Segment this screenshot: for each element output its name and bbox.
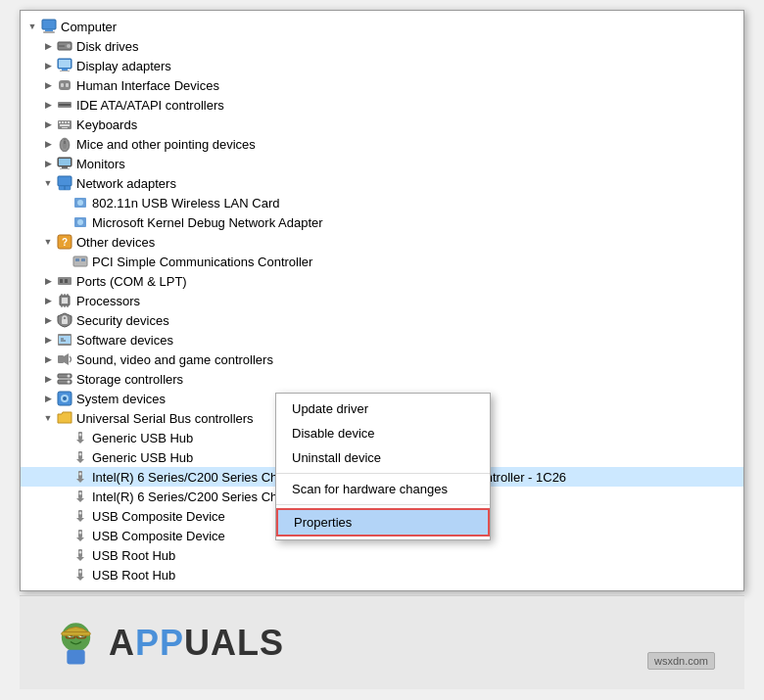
expand-btn-usb-7[interactable] xyxy=(56,547,72,563)
expand-btn-other-1[interactable] xyxy=(56,254,72,269)
tree-item-monitors[interactable]: ▶Monitors xyxy=(21,154,743,173)
tree-item-disk-drives[interactable]: ▶Disk drives xyxy=(21,36,743,56)
tree-item-label-network: Network adapters xyxy=(76,176,176,191)
tree-item-label-usb-6: USB Composite Device xyxy=(92,529,225,543)
tree-item-mice[interactable]: ▶Mice and other pointing devices xyxy=(21,134,743,154)
tree-item-label-ide: IDE ATA/ATAPI controllers xyxy=(76,98,224,113)
expand-btn-ide[interactable]: ▶ xyxy=(40,97,56,113)
svg-rect-12 xyxy=(66,83,69,87)
tree-item-usb-7[interactable]: USB Root Hub xyxy=(21,545,743,565)
usb-icon xyxy=(72,527,89,544)
tree-item-computer[interactable]: ▼Computer xyxy=(21,17,743,36)
svg-text:?: ? xyxy=(62,237,68,248)
tree-item-sound[interactable]: ▶Sound, video and game controllers xyxy=(21,350,743,369)
expand-btn-usb-1[interactable] xyxy=(56,430,72,445)
expand-btn-display-adapters[interactable]: ▶ xyxy=(40,58,56,73)
expand-btn-monitors[interactable]: ▶ xyxy=(40,156,56,171)
expand-btn-usb-4[interactable] xyxy=(56,489,72,504)
tree-item-network[interactable]: ▼Network adapters xyxy=(21,173,743,193)
svg-rect-55 xyxy=(59,336,71,344)
tree-item-other-1[interactable]: PCI Simple Communications Controller xyxy=(21,252,743,271)
computer-icon xyxy=(40,18,58,35)
svg-rect-38 xyxy=(73,257,87,266)
usb-icon xyxy=(72,468,89,486)
tree-item-label-system: System devices xyxy=(76,392,166,406)
expand-btn-storage[interactable]: ▶ xyxy=(40,371,56,387)
monitor2-icon xyxy=(56,155,73,172)
expand-btn-system[interactable]: ▶ xyxy=(40,391,56,406)
context-menu-item-disable-device[interactable]: Disable device xyxy=(276,421,490,445)
monitor-icon xyxy=(56,57,73,74)
svg-rect-91 xyxy=(67,650,84,665)
context-menu-item-uninstall-device[interactable]: Uninstall device xyxy=(276,445,490,470)
expand-btn-network-2[interactable] xyxy=(56,214,72,230)
tree-item-hid[interactable]: ▶Human Interface Devices xyxy=(21,75,743,95)
svg-rect-43 xyxy=(65,279,68,283)
tree-item-display-adapters[interactable]: ▶Display adapters xyxy=(21,56,743,75)
wsxdn-watermark: wsxdn.com xyxy=(647,652,715,670)
expand-btn-network-1[interactable] xyxy=(56,195,72,210)
tree-item-software[interactable]: ▶Software devices xyxy=(21,330,743,350)
svg-rect-2 xyxy=(43,31,55,33)
tree-item-label-other-1: PCI Simple Communications Controller xyxy=(92,255,312,269)
expand-btn-usb-2[interactable] xyxy=(56,449,72,465)
tree-item-label-disk-drives: Disk drives xyxy=(76,39,139,54)
tree-item-ide[interactable]: ▶IDE ATA/ATAPI controllers xyxy=(21,95,743,115)
tree-item-security[interactable]: ▶Security devices xyxy=(21,310,743,330)
expand-btn-computer[interactable]: ▼ xyxy=(24,19,40,34)
tree-item-label-usb: Universal Serial Bus controllers xyxy=(76,411,254,426)
tree-item-ports[interactable]: ▶Ports (COM & LPT) xyxy=(21,271,743,291)
expand-btn-usb-5[interactable] xyxy=(56,508,72,524)
tree-item-processors[interactable]: ▶Processors xyxy=(21,291,743,310)
tree-item-label-display-adapters: Display adapters xyxy=(76,59,171,73)
expand-btn-sound[interactable]: ▶ xyxy=(40,351,56,367)
tree-item-network-2[interactable]: Microsoft Kernel Debug Network Adapter xyxy=(21,212,743,232)
tree-item-network-1[interactable]: 802.11n USB Wireless LAN Card xyxy=(21,193,743,212)
expand-btn-processors[interactable]: ▶ xyxy=(40,293,56,308)
tree-item-storage[interactable]: ▶Storage controllers xyxy=(21,369,743,389)
tree-item-keyboards[interactable]: ▶Keyboards xyxy=(21,115,743,134)
usb-icon xyxy=(72,507,89,525)
tree-item-other[interactable]: ▼?Other devices xyxy=(21,232,743,252)
svg-point-71 xyxy=(79,473,82,476)
mascot-icon xyxy=(49,616,103,670)
svg-point-33 xyxy=(77,200,83,206)
svg-point-77 xyxy=(79,532,82,535)
expand-btn-network[interactable]: ▼ xyxy=(40,175,56,191)
expand-btn-usb-8[interactable] xyxy=(56,567,72,583)
tree-item-label-usb-2: Generic USB Hub xyxy=(92,450,193,465)
mouse-icon xyxy=(56,135,73,153)
svg-point-81 xyxy=(79,571,82,574)
expand-btn-hid[interactable]: ▶ xyxy=(40,77,56,93)
device-icon xyxy=(72,194,89,211)
expand-btn-mice[interactable]: ▶ xyxy=(40,136,56,152)
svg-rect-42 xyxy=(60,279,63,283)
expand-btn-usb[interactable]: ▼ xyxy=(40,410,56,426)
tree-item-label-sound: Sound, video and game controllers xyxy=(76,352,273,367)
context-menu-item-update-driver[interactable]: Update driver xyxy=(276,397,490,421)
expand-btn-ports[interactable]: ▶ xyxy=(40,273,56,289)
usb-folder-icon xyxy=(56,409,73,427)
svg-rect-10 xyxy=(59,80,71,90)
svg-point-73 xyxy=(79,492,82,495)
expand-btn-software[interactable]: ▶ xyxy=(40,332,56,348)
tree-item-label-processors: Processors xyxy=(76,294,140,308)
tree-item-usb-8[interactable]: USB Root Hub xyxy=(21,565,743,584)
expand-btn-keyboards[interactable]: ▶ xyxy=(40,117,56,132)
hdd-icon xyxy=(56,37,73,55)
usb-icon xyxy=(72,488,89,505)
tree-item-label-hid: Human Interface Devices xyxy=(76,78,219,93)
svg-rect-20 xyxy=(60,124,70,126)
expand-btn-disk-drives[interactable]: ▶ xyxy=(40,38,56,54)
svg-rect-39 xyxy=(75,258,79,261)
expand-btn-other[interactable]: ▼ xyxy=(40,234,56,250)
tree-item-label-other: Other devices xyxy=(76,235,155,250)
port-icon xyxy=(56,272,73,290)
expand-btn-usb-6[interactable] xyxy=(56,528,72,543)
tree-item-label-computer: Computer xyxy=(61,20,117,34)
expand-btn-usb-3[interactable] xyxy=(56,469,72,485)
context-menu-item-properties[interactable]: Properties xyxy=(276,508,490,537)
expand-btn-security[interactable]: ▶ xyxy=(40,312,56,328)
context-menu-item-scan-hardware[interactable]: Scan for hardware changes xyxy=(276,477,490,501)
security-icon xyxy=(56,311,73,329)
